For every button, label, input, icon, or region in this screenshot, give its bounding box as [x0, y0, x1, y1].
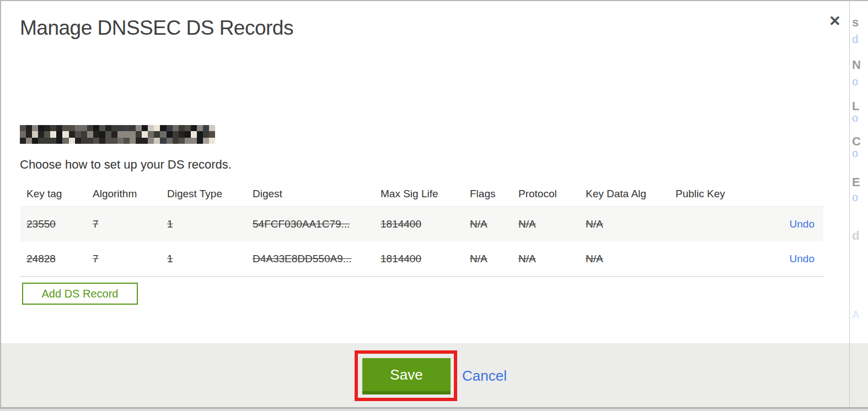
- modal-right-border: [849, 0, 850, 411]
- column-header-key-data-alg: Key Data Alg: [586, 188, 676, 200]
- column-header-max-sig-life: Max Sig Life: [381, 188, 470, 200]
- modal-footer: Save Cancel: [0, 343, 868, 408]
- cell-digest: 54FCF030AA1C79...: [253, 218, 381, 230]
- cell-max-sig-life: 1814400: [381, 253, 470, 265]
- cell-actions: Undo: [789, 253, 815, 265]
- cell-algorithm: 7: [93, 218, 167, 230]
- undo-link[interactable]: Undo: [790, 253, 815, 264]
- cell-digest: D4A33E8DD550A9...: [253, 253, 381, 265]
- background-text-fragment: d: [852, 33, 858, 46]
- background-text-fragment: N: [852, 58, 861, 72]
- background-text-fragment: o: [852, 112, 858, 125]
- column-header-digest: Digest: [253, 188, 381, 200]
- page-title: Manage DNSSEC DS Records: [20, 17, 293, 40]
- ds-records-table: Key tag Algorithm Digest Type Digest Max…: [20, 182, 823, 277]
- cell-algorithm: 7: [93, 253, 167, 265]
- column-header-protocol: Protocol: [518, 188, 586, 200]
- background-text-fragment: E: [852, 175, 860, 190]
- window-border-bottom: [0, 407, 868, 411]
- table-header-row: Key tag Algorithm Digest Type Digest Max…: [20, 182, 823, 206]
- background-text-fragment: d: [852, 229, 859, 243]
- cell-flags: N/A: [470, 218, 518, 230]
- cell-key-tag: 23550: [26, 218, 93, 230]
- background-text-fragment: s: [852, 15, 859, 30]
- close-icon: ✕: [829, 13, 841, 30]
- redacted-domain-name: [20, 125, 215, 144]
- background-text-fragment: o: [852, 147, 858, 160]
- subtitle-text: Choose how to set up your DS records.: [20, 158, 232, 172]
- table-row: 23550 7 1 54FCF030AA1C79... 1814400 N/A …: [20, 206, 823, 241]
- cell-key-tag: 24828: [26, 253, 93, 265]
- cell-max-sig-life: 1814400: [381, 218, 470, 230]
- cell-protocol: N/A: [518, 253, 586, 265]
- dnssec-modal-screen: sdNoLoCoEodA Manage DNSSEC DS Records ✕ …: [0, 0, 868, 411]
- table-row: 24828 7 1 D4A33E8DD550A9... 1814400 N/A …: [20, 241, 823, 277]
- save-button[interactable]: Save: [362, 358, 451, 394]
- cell-flags: N/A: [470, 253, 518, 265]
- add-ds-record-button[interactable]: Add DS Record: [22, 283, 138, 305]
- cancel-link[interactable]: Cancel: [462, 367, 507, 385]
- undo-link[interactable]: Undo: [790, 218, 815, 230]
- close-button[interactable]: ✕: [826, 12, 844, 30]
- cell-protocol: N/A: [518, 218, 586, 230]
- column-header-algorithm: Algorithm: [93, 188, 167, 200]
- background-text-fragment: o: [852, 75, 858, 88]
- cell-key-data-alg: N/A: [586, 253, 676, 265]
- cell-actions: Undo: [789, 218, 815, 230]
- background-text-fragment: o: [852, 191, 858, 204]
- cell-digest-type: 1: [167, 253, 253, 265]
- window-border-left: [0, 0, 1, 411]
- cell-key-data-alg: N/A: [586, 218, 676, 230]
- column-header-public-key: Public Key: [676, 188, 789, 200]
- column-header-key-tag: Key tag: [26, 188, 93, 200]
- window-border-top: [0, 0, 868, 1]
- column-header-flags: Flags: [470, 188, 518, 200]
- background-text-fragment: A: [852, 309, 859, 321]
- cell-digest-type: 1: [167, 218, 253, 230]
- column-header-digest-type: Digest Type: [167, 188, 253, 200]
